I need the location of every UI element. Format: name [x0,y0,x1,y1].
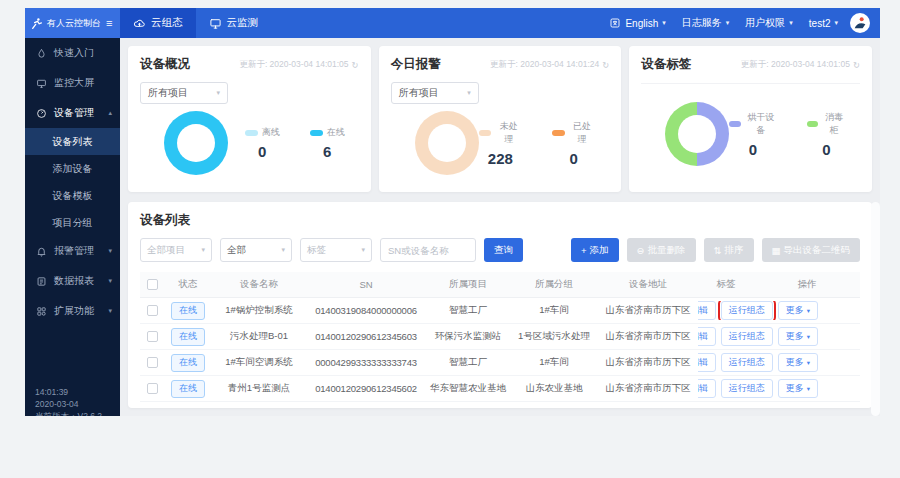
legend-value: 6 [310,143,345,160]
export-qrcode-button[interactable]: ▦ 导出设备二维码 [762,238,860,262]
status-badge: 在线 [171,380,205,398]
device-address: 山东省济南市历下区 [598,330,698,343]
scrollbar[interactable] [871,202,880,416]
chevron-down-icon: ▾ [726,19,730,27]
chevron-down-icon: ▾ [662,19,666,27]
device-project: 智慧工厂 [426,304,510,317]
sidebar-item-alarm-mgmt[interactable]: 报警管理 ▾ [25,236,120,266]
sort-button[interactable]: ⇅ 排序 [704,238,754,262]
user-permission-menu[interactable]: 用户权限 ▾ [737,8,801,38]
filter-tag-select[interactable]: 标签 ▾ [300,238,372,262]
sidebar-item-screen[interactable]: 监控大屏 [25,68,120,98]
add-device-button[interactable]: + 添加 [571,238,619,262]
row-checkbox[interactable] [147,305,158,316]
brand-title: 有人云控制台 [47,17,101,30]
legend-value: 0 [807,141,846,158]
select-all-checkbox[interactable] [147,279,158,290]
device-overview-donut [164,111,228,175]
status-badge: 在线 [171,328,205,346]
legend-value: 0 [729,141,776,158]
sidebar-item-extensions[interactable]: 扩展功能 ▾ [25,296,120,326]
device-list-title: 设备列表 [140,212,860,229]
sidebar-subitem-label: 项目分组 [53,216,93,230]
user-menu[interactable]: test2 ▾ [801,8,846,38]
legend-tag-dryer: 烘干设备 0 [729,111,776,158]
row-checkbox[interactable] [147,357,158,368]
run-scada-button[interactable]: 运行组态 [721,327,773,346]
tab-cloud-monitor[interactable]: 云监测 [196,8,272,38]
search-input[interactable] [380,238,476,262]
device-sn: 01400319084000000006 [306,305,426,316]
refresh-icon[interactable]: ↻ [602,60,609,70]
run-scada-button-highlighted[interactable]: 运行组态 [721,301,773,320]
device-name: 青州1号监测点 [212,382,306,395]
chevron-down-icon: ▾ [807,385,810,393]
chevron-down-icon: ▾ [807,359,810,367]
language-label: English [625,18,658,29]
sidebar-subitem-project-group[interactable]: 项目分组 [25,209,120,236]
col-address: 设备地址 [598,278,698,291]
table-row: 在线 1#锅炉控制系统 01400319084000000006 智慧工厂 1#… [140,298,860,324]
device-address: 山东省济南市历下区 [598,382,698,395]
edit-button[interactable]: 编辑 [698,353,716,372]
tab-cloud-scada[interactable]: 云组态 [120,8,196,38]
version-label: 当前版本：V2.6.2 [35,410,102,416]
edit-button[interactable]: 编辑 [698,301,716,320]
avatar[interactable] [850,13,870,33]
filter-project-select[interactable]: 全部项目 ▾ [140,238,212,262]
status-badge: 在线 [171,354,205,372]
log-service-menu[interactable]: 日志服务 ▾ [674,8,738,38]
language-menu[interactable]: English ▾ [601,8,673,38]
legend-tag-sterilizer: 消毒柜 0 [807,111,846,158]
sidebar-item-device-mgmt[interactable]: 设备管理 ▴ [25,98,120,128]
menu-toggle-icon[interactable]: ≡ [106,17,112,29]
sidebar-item-label: 扩展功能 [54,304,94,318]
card-title: 今日报警 [391,56,441,73]
row-checkbox[interactable] [147,383,158,394]
run-scada-button[interactable]: 运行组态 [721,353,773,372]
run-scada-button[interactable]: 运行组态 [721,379,773,398]
legend-swatch [245,130,258,136]
legend-swatch [479,130,492,136]
sidebar-item-quickstart[interactable]: 快速入门 [25,38,120,68]
project-filter-select[interactable]: 所有项目 ▾ [140,82,228,104]
brand-logo-icon [30,17,43,30]
chevron-down-icon: ▾ [834,19,838,27]
more-button[interactable]: 更多 ▾ [778,327,818,346]
device-group: 1#车间 [510,304,598,317]
chevron-down-icon: ▾ [216,89,220,97]
legend-swatch [807,121,818,127]
app-window: 有人云控制台 ≡ 云组态 云监测 English ▾ [25,8,880,416]
sidebar-item-data-report[interactable]: 数据报表 ▾ [25,266,120,296]
sidebar-subitem-device-template[interactable]: 设备模板 [25,182,120,209]
divider [641,83,860,84]
filter-scope-select[interactable]: 全部 ▾ [220,238,292,262]
edit-button[interactable]: 编辑 [698,379,716,398]
batch-delete-button[interactable]: ⊖ 批量删除 [627,238,696,262]
language-icon [609,17,621,29]
tab-label: 云监测 [227,16,259,30]
card-title: 设备标签 [641,56,691,73]
table-row: 在线 青州1号监测点 01400120290612345602 华东智慧农业基地… [140,376,860,402]
refresh-icon[interactable]: ↻ [853,60,860,70]
refresh-icon[interactable]: ↻ [352,60,359,70]
row-checkbox[interactable] [147,331,158,342]
edit-button[interactable]: 编辑 [698,327,716,346]
more-button[interactable]: 更多 ▾ [778,379,818,398]
legend-swatch [552,130,565,136]
updated-at: 更新于: 2020-03-04 14:01:05 ↻ [741,59,860,71]
more-button[interactable]: 更多 ▾ [778,301,818,320]
screen-icon [36,78,47,89]
project-filter-select[interactable]: 所有项目 ▾ [391,82,479,104]
more-button[interactable]: 更多 ▾ [778,353,818,372]
legend-value: 0 [552,150,595,167]
device-sn: 00004299333333333743 [306,357,426,368]
col-tag: 标签 [698,278,754,291]
sidebar-subitem-add-device[interactable]: 添加设备 [25,155,120,182]
droplet-icon [36,48,47,59]
sidebar-subitem-device-list[interactable]: 设备列表 [25,128,120,155]
batch-delete-icon: ⊖ [637,245,645,256]
brand: 有人云控制台 ≡ [25,8,120,38]
search-button[interactable]: 查询 [484,238,523,262]
today-alarms-donut [415,111,479,175]
